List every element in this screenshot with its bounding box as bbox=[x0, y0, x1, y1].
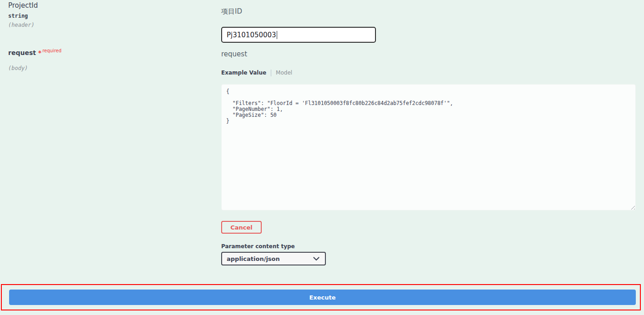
param-request-name: request bbox=[8, 49, 36, 56]
projectid-input[interactable]: Pj3101050003 bbox=[221, 27, 376, 43]
param-type-projectid: string bbox=[8, 13, 28, 19]
annotation-highlight-box: Execute bbox=[1, 284, 641, 310]
tab-example-value[interactable]: Example Value bbox=[221, 70, 266, 76]
tab-model[interactable]: Model bbox=[276, 70, 292, 76]
param-name-request: request *required bbox=[8, 49, 61, 56]
chevron-down-icon bbox=[313, 257, 319, 261]
param-location-projectid: (header) bbox=[8, 22, 35, 28]
tab-divider bbox=[271, 70, 271, 76]
required-label: required bbox=[42, 48, 61, 53]
swagger-parameters-panel: ProjectId string (header) request *requi… bbox=[0, 0, 644, 315]
parameter-content-type-label: Parameter content type bbox=[221, 243, 295, 250]
execute-button[interactable]: Execute bbox=[9, 290, 636, 305]
content-type-select[interactable]: application/json bbox=[221, 252, 326, 265]
request-body-textarea[interactable]: { "Filters": "FloorId = 'Fl3101050003f8f… bbox=[221, 84, 636, 210]
param-location-request: (body) bbox=[8, 65, 28, 71]
cancel-button[interactable]: Cancel bbox=[221, 221, 262, 234]
text-caret bbox=[277, 31, 277, 39]
projectid-field-label: 项目ID bbox=[221, 7, 242, 16]
param-name-projectid: ProjectId bbox=[8, 1, 38, 10]
body-editor-tabs: Example Value Model bbox=[221, 69, 292, 77]
required-asterisk: * bbox=[38, 49, 41, 56]
content-type-selected-value: application/json bbox=[227, 255, 280, 262]
projectid-input-value: Pj3101050003 bbox=[227, 31, 276, 39]
request-field-label: request bbox=[221, 50, 247, 58]
